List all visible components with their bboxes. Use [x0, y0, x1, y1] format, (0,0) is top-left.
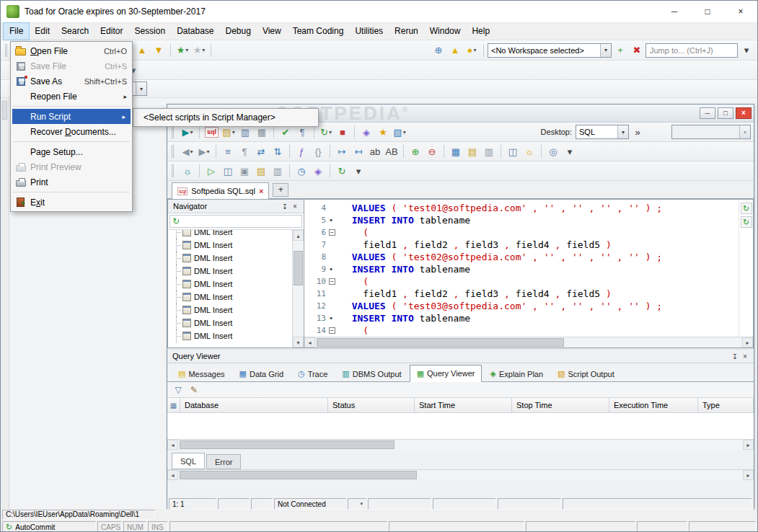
- pin-icon[interactable]: ↧: [280, 203, 290, 210]
- scroll-up-icon[interactable]: ▴: [293, 230, 304, 241]
- copy-grid-icon[interactable]: ◫: [220, 163, 236, 179]
- show-formatting-icon[interactable]: ¶: [237, 143, 252, 159]
- outdent-icon[interactable]: ↤: [351, 143, 366, 159]
- scroll-left-icon[interactable]: ◂: [304, 337, 315, 347]
- scroll-left-icon[interactable]: ◂: [167, 470, 178, 480]
- report-icon[interactable]: ▥: [481, 143, 497, 159]
- tab-messages[interactable]: ▤Messages: [172, 366, 232, 381]
- swap-lines-icon[interactable]: ⇄: [253, 143, 269, 159]
- execute-icon[interactable]: ★▾: [175, 43, 190, 58]
- bottom-hscrollbar[interactable]: ◂ ▸: [167, 469, 754, 480]
- navigate-back-icon[interactable]: ◀▾: [180, 143, 195, 159]
- toolbar-overflow-icon[interactable]: »: [630, 124, 645, 140]
- halt-execution-icon[interactable]: ■: [335, 124, 351, 140]
- submenu-item-label[interactable]: <Select scripts in Script Manager>: [144, 112, 276, 123]
- paste-icon[interactable]: ▣: [237, 163, 252, 179]
- menu-help[interactable]: Help: [466, 23, 495, 40]
- code-templates-icon[interactable]: {}: [310, 143, 326, 159]
- menu-item-print[interactable]: Print: [11, 174, 132, 190]
- menu-item-print-preview[interactable]: Print Preview: [11, 159, 132, 174]
- menu-search[interactable]: Search: [56, 23, 94, 40]
- desktop-select[interactable]: SQL▾: [576, 125, 629, 139]
- menu-item-save-file[interactable]: Save FileCtrl+S: [11, 58, 132, 74]
- commit-icon[interactable]: ▲: [134, 43, 150, 58]
- indent-icon[interactable]: ↦: [334, 143, 350, 159]
- toolbar-grip[interactable]: [5, 44, 9, 57]
- new-tab-button[interactable]: +: [273, 183, 288, 197]
- macros-icon[interactable]: ◈: [310, 163, 326, 179]
- tab-trace[interactable]: ◷Trace: [291, 366, 334, 381]
- scroll-right-icon[interactable]: ▸: [743, 470, 754, 480]
- navigator-item-dml-insert[interactable]: DML Insert: [171, 278, 292, 291]
- collapsed-panel-tab[interactable]: [2, 101, 7, 120]
- align-text-icon[interactable]: ≡: [220, 143, 236, 159]
- menu-debug[interactable]: Debug: [220, 23, 257, 40]
- column-header-status[interactable]: Status: [328, 398, 415, 412]
- menu-item-page-setup[interactable]: Page Setup...: [11, 144, 132, 159]
- column-header-start-time[interactable]: Start Time: [415, 398, 512, 412]
- compare-files-icon[interactable]: ◫: [505, 143, 521, 159]
- scrollbar-track[interactable]: [178, 470, 743, 480]
- cancel-execute-icon[interactable]: ★▾: [191, 43, 207, 58]
- refresh-icon[interactable]: ↻: [741, 203, 752, 214]
- scrollbar-thumb[interactable]: [317, 338, 564, 347]
- navigator-item-dml-insert[interactable]: DML Insert: [171, 239, 292, 252]
- find-icon[interactable]: ◎: [545, 143, 561, 159]
- team-coding-icon[interactable]: ⊕: [431, 43, 446, 58]
- scrollbar-thumb[interactable]: [294, 251, 303, 285]
- menu-item-recover-documents[interactable]: Recover Documents...: [11, 124, 132, 139]
- tab-close-icon[interactable]: ×: [259, 187, 263, 195]
- tab-softpedia-sql[interactable]: sql Softpedia SQL.sql ×: [172, 182, 269, 199]
- tab-error[interactable]: Error: [206, 454, 241, 469]
- scroll-left-icon[interactable]: ◂: [167, 440, 178, 450]
- tab-query-viewer[interactable]: ▦Query Viewer: [410, 365, 482, 382]
- execute-as-script-icon[interactable]: ↻▾: [318, 124, 334, 140]
- scroll-down-icon[interactable]: ▾: [293, 337, 304, 347]
- navigator-item-dml-insert[interactable]: DML Insert: [171, 303, 292, 316]
- scrollbar-track[interactable]: [293, 241, 304, 337]
- tab-explain-plan[interactable]: ◈Explain Plan: [483, 366, 550, 381]
- filter-icon[interactable]: ▽: [172, 384, 185, 396]
- edit-filter-icon[interactable]: ✎: [188, 384, 200, 396]
- export-file-icon[interactable]: ▤: [253, 163, 269, 179]
- close-panel-icon[interactable]: ×: [740, 353, 750, 360]
- auto-trace-icon[interactable]: ☼: [180, 163, 195, 179]
- navigator-item-dml-insert[interactable]: DML Insert: [171, 316, 292, 329]
- child-close-button[interactable]: ×: [736, 107, 752, 119]
- navigator-item-dml-insert[interactable]: DML Insert: [171, 230, 292, 239]
- more-buttons-icon[interactable]: ▾: [562, 143, 578, 159]
- history-icon[interactable]: ◷: [294, 163, 309, 179]
- notifications-icon[interactable]: ●▾: [464, 43, 480, 58]
- run-script-submenu[interactable]: <Select scripts in Script Manager>: [133, 108, 319, 127]
- menu-item-open-file[interactable]: Open FileCtrl+O: [11, 43, 132, 58]
- data-grid-icon[interactable]: ▦: [448, 143, 464, 159]
- tab-script-output[interactable]: ▧Script Output: [551, 366, 621, 381]
- more-buttons-icon[interactable]: ▾: [351, 163, 366, 179]
- menu-database[interactable]: Database: [171, 23, 219, 40]
- navigate-forward-icon[interactable]: ▶▾: [196, 143, 212, 159]
- menu-item-run-script[interactable]: Run Script▸: [12, 109, 131, 124]
- fold-collapse-icon[interactable]: −: [329, 278, 335, 285]
- grid-hscrollbar[interactable]: ◂ ▸: [167, 439, 754, 450]
- toolbar-options-icon[interactable]: ▾: [739, 43, 754, 58]
- editor-hscrollbar[interactable]: ◂ ▸: [304, 337, 753, 347]
- close-panel-icon[interactable]: ×: [290, 203, 300, 210]
- tab-data-grid[interactable]: ▦Data Grid: [233, 366, 290, 381]
- menu-utilities[interactable]: Utilities: [349, 23, 389, 40]
- menu-item-save-as[interactable]: Save AsShift+Ctrl+S: [11, 74, 132, 89]
- menu-file[interactable]: File: [4, 23, 29, 40]
- toolbar-grip[interactable]: [172, 164, 176, 177]
- add-workspace-icon[interactable]: +: [612, 43, 628, 58]
- optimize-sql-icon[interactable]: ★: [375, 124, 391, 140]
- describe-objects-icon[interactable]: ◈: [358, 124, 374, 140]
- tab-sql[interactable]: SQL: [172, 453, 205, 469]
- scroll-right-icon[interactable]: ▸: [742, 337, 753, 347]
- menu-rerun[interactable]: Rerun: [389, 23, 424, 40]
- fold-collapse-icon[interactable]: −: [329, 327, 335, 334]
- navigator-item-dml-insert[interactable]: DML Insert: [171, 252, 292, 265]
- maximize-button[interactable]: □: [691, 1, 724, 22]
- sql-recall-icon[interactable]: sql: [205, 127, 219, 138]
- menu-item-reopen-file[interactable]: Reopen File▸: [11, 89, 132, 104]
- rollback-icon[interactable]: ▼: [151, 43, 167, 58]
- export-dataset-icon[interactable]: ▤: [464, 143, 480, 159]
